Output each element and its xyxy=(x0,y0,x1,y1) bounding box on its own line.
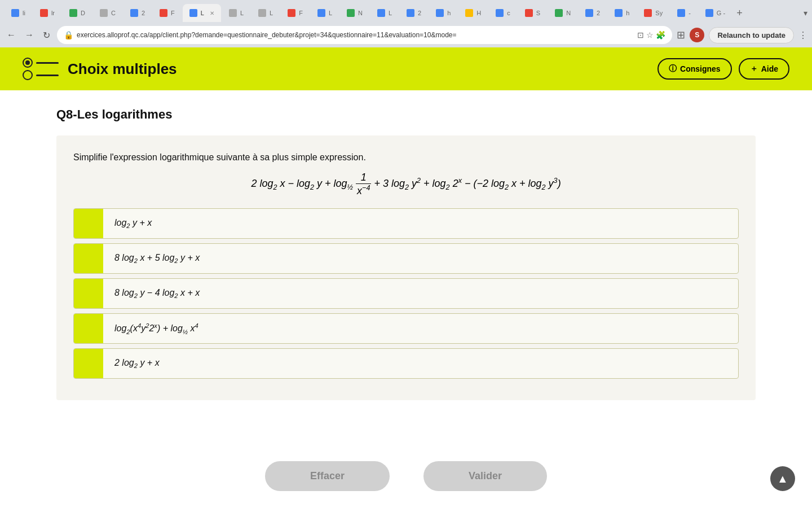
math-expression: 2 log2 x − log2 y + log½ 1x−4 + 3 log2 y… xyxy=(73,172,739,197)
effacer-button[interactable]: Effacer xyxy=(265,461,390,491)
tab-li[interactable]: li xyxy=(5,4,32,22)
question-instruction: Simplifie l'expression logarithmique sui… xyxy=(73,152,739,163)
answer-option-d[interactable]: log2(x4y22x) + log½ x4 xyxy=(73,313,739,344)
answer-option-e[interactable]: 2 log2 y + x xyxy=(73,348,739,379)
bookmark-icon[interactable]: ☆ xyxy=(646,30,654,40)
lock-icon: 🔒 xyxy=(64,30,73,40)
answer-text-e: 2 log2 y + x xyxy=(103,350,171,377)
answer-option-a[interactable]: log2 y + x xyxy=(73,208,739,239)
address-bar-container: 🔒 ⊡ ☆ 🧩 xyxy=(57,26,672,44)
consignes-label: Consignes xyxy=(680,64,721,73)
answer-text-c: 8 log2 y − 4 log2 x + x xyxy=(103,280,211,307)
tab-n[interactable]: N xyxy=(340,4,369,22)
answer-text-d: log2(x4y22x) + log½ x4 xyxy=(103,314,210,343)
aide-label: Aide xyxy=(761,64,778,73)
tab-f[interactable]: F xyxy=(153,4,182,22)
line-icon-bottom xyxy=(36,75,59,76)
tab-c[interactable]: C xyxy=(93,4,122,22)
consignes-button[interactable]: ⓘ Consignes xyxy=(657,58,732,80)
question-title: Q8-Les logarithmes xyxy=(56,107,756,122)
tab-gc[interactable]: c xyxy=(489,4,517,22)
tab-dash[interactable]: - xyxy=(670,4,698,22)
question-box: Simplifie l'expression logarithmique sui… xyxy=(56,135,756,400)
menu-icon[interactable]: ⋮ xyxy=(798,30,807,41)
header-left: Choix multiples xyxy=(23,58,177,80)
tab-d[interactable]: D xyxy=(63,4,92,22)
answer-option-c[interactable]: 8 log2 y − 4 log2 x + x xyxy=(73,278,739,309)
chevron-up-icon: ▲ xyxy=(777,472,788,485)
plus-icon: ＋ xyxy=(750,64,758,74)
answer-option-b[interactable]: 8 log2 x + 5 log2 y + x xyxy=(73,243,739,274)
tab-2c[interactable]: 2 xyxy=(579,4,607,22)
tab-g[interactable]: G - xyxy=(699,4,732,22)
back-button[interactable]: ← xyxy=(5,28,18,42)
bottom-bar: Effacer Valider xyxy=(0,444,812,508)
reload-button[interactable]: ↻ xyxy=(41,28,52,43)
header-buttons: ⓘ Consignes ＋ Aide xyxy=(657,58,789,80)
valider-button[interactable]: Valider xyxy=(423,461,547,491)
tab-l4[interactable]: F xyxy=(281,4,310,22)
line-icon-top xyxy=(36,62,59,64)
radio-filled-icon xyxy=(23,58,33,68)
answer-color-block-c xyxy=(74,279,103,308)
answer-text-b: 8 log2 x + 5 log2 y + x xyxy=(103,245,211,272)
radio-empty-icon xyxy=(23,70,33,80)
tab-sy[interactable]: Sy xyxy=(637,4,669,22)
user-avatar: S xyxy=(690,28,704,42)
relaunch-button[interactable]: Relaunch to update xyxy=(709,27,794,43)
translate-icon[interactable]: ⊡ xyxy=(637,30,644,40)
tab-n2[interactable]: N xyxy=(548,4,577,22)
address-bar-icons: ⊡ ☆ 🧩 xyxy=(637,30,665,40)
answer-color-block-e xyxy=(74,349,103,378)
info-icon: ⓘ xyxy=(669,64,677,74)
answer-color-block-d xyxy=(74,314,103,343)
header-title: Choix multiples xyxy=(68,60,177,78)
choix-multiples-icon xyxy=(23,58,59,80)
header-banner: Choix multiples ⓘ Consignes ＋ Aide xyxy=(0,47,812,90)
forward-button[interactable]: → xyxy=(23,28,36,42)
url-input[interactable] xyxy=(77,31,634,39)
tab-2a[interactable]: 2 xyxy=(123,4,152,22)
answer-text-a: log2 y + x xyxy=(103,210,163,237)
tab-h[interactable]: h xyxy=(429,4,457,22)
tab-close-icon[interactable]: ✕ xyxy=(210,10,214,16)
tab-overflow-button[interactable]: ▾ xyxy=(804,8,807,17)
tab-l6[interactable]: L xyxy=(370,4,399,22)
profile-icon[interactable]: S xyxy=(690,28,704,42)
new-tab-button[interactable]: + xyxy=(733,7,746,19)
tab-l2[interactable]: L xyxy=(222,4,250,22)
tab-2b[interactable]: 2 xyxy=(400,4,428,22)
tab-lr[interactable]: lr xyxy=(33,4,61,22)
tab-l3[interactable]: L xyxy=(251,4,280,22)
extensions-icon[interactable]: ⊞ xyxy=(677,29,685,41)
tab-l-active[interactable]: L ✕ xyxy=(183,4,221,22)
tab-l5[interactable]: L xyxy=(311,4,339,22)
tab-h2[interactable]: H xyxy=(458,4,488,22)
answer-color-block-a xyxy=(74,209,103,238)
extension-icon[interactable]: 🧩 xyxy=(656,30,665,40)
content-area: Q8-Les logarithmes Simplifie l'expressio… xyxy=(0,90,812,444)
aide-button[interactable]: ＋ Aide xyxy=(739,58,789,80)
scroll-to-top-button[interactable]: ▲ xyxy=(770,466,795,491)
answer-color-block-b xyxy=(74,244,103,273)
tab-h3[interactable]: h xyxy=(608,4,636,22)
tab-s[interactable]: S xyxy=(518,4,547,22)
